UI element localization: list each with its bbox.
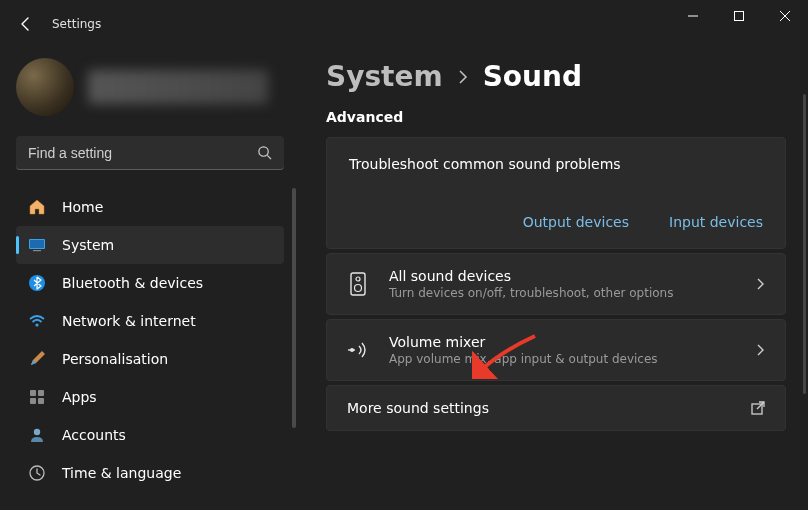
breadcrumb-parent[interactable]: System [326,60,443,93]
sidebar-item-label: Bluetooth & devices [62,275,203,291]
search-icon [257,145,272,160]
svg-point-11 [34,429,40,435]
svg-point-6 [35,323,38,326]
row-subtitle: Turn devices on/off, troubleshoot, other… [389,286,735,300]
chevron-right-icon [457,68,469,86]
home-icon [28,198,46,216]
brush-icon [28,350,46,368]
sidebar-item-network[interactable]: Network & internet [16,302,284,340]
sidebar-scrollbar[interactable] [292,188,296,428]
svg-point-14 [356,277,360,281]
globe-clock-icon [28,464,46,482]
user-block[interactable] [16,58,300,116]
row-title: All sound devices [389,268,735,284]
sidebar-item-home[interactable]: Home [16,188,284,226]
system-icon [28,236,46,254]
window-title: Settings [52,17,101,31]
main-panel: System Sound Advanced Troubleshoot commo… [300,48,808,510]
chevron-right-icon [755,343,765,357]
window-controls [670,0,808,32]
nav-list: Home System Bluetooth & devices Network … [16,188,300,492]
sidebar-item-label: Apps [62,389,97,405]
svg-point-16 [350,348,354,352]
breadcrumb-current: Sound [483,60,582,93]
sidebar-item-label: Network & internet [62,313,196,329]
row-subtitle: App volume mix, app input & output devic… [389,352,735,366]
volume-mixer-row[interactable]: Volume mixer App volume mix, app input &… [326,319,786,381]
apps-icon [28,388,46,406]
output-devices-link[interactable]: Output devices [523,214,629,230]
svg-rect-0 [735,12,744,21]
troubleshoot-card: Troubleshoot common sound problems Outpu… [326,137,786,249]
sidebar-item-label: Accounts [62,427,126,443]
sidebar-item-label: Personalisation [62,351,168,367]
more-sound-settings-row[interactable]: More sound settings [326,385,786,431]
maximize-button[interactable] [716,0,762,32]
speaker-icon [347,271,369,297]
sidebar-item-label: System [62,237,114,253]
mixer-icon [347,339,369,361]
svg-point-1 [259,147,268,156]
troubleshoot-title: Troubleshoot common sound problems [349,156,763,172]
sidebar-item-personalisation[interactable]: Personalisation [16,340,284,378]
svg-rect-4 [33,250,41,251]
svg-rect-7 [30,390,36,396]
user-name-blurred [88,70,268,104]
svg-rect-3 [30,240,44,248]
row-title: More sound settings [347,400,731,416]
sidebar-item-system[interactable]: System [16,226,284,264]
all-sound-devices-row[interactable]: All sound devices Turn devices on/off, t… [326,253,786,315]
open-external-icon [751,401,765,415]
sidebar-item-apps[interactable]: Apps [16,378,284,416]
input-devices-link[interactable]: Input devices [669,214,763,230]
chevron-right-icon [755,277,765,291]
search-input[interactable] [28,145,257,161]
sidebar-item-accounts[interactable]: Accounts [16,416,284,454]
person-icon [28,426,46,444]
sidebar-item-bluetooth[interactable]: Bluetooth & devices [16,264,284,302]
wifi-icon [28,312,46,330]
main-scrollbar[interactable] [803,94,806,394]
svg-rect-8 [38,390,44,396]
bluetooth-icon [28,274,46,292]
avatar [16,58,74,116]
minimize-button[interactable] [670,0,716,32]
sidebar-item-time[interactable]: Time & language [16,454,284,492]
back-button[interactable] [16,14,36,34]
breadcrumb: System Sound [326,60,786,93]
sidebar-item-label: Time & language [62,465,181,481]
svg-rect-9 [30,398,36,404]
sidebar: Home System Bluetooth & devices Network … [0,48,300,510]
section-label: Advanced [326,109,786,125]
close-button[interactable] [762,0,808,32]
svg-point-15 [355,285,362,292]
search-box[interactable] [16,136,284,170]
sidebar-item-label: Home [62,199,103,215]
svg-rect-10 [38,398,44,404]
row-title: Volume mixer [389,334,735,350]
